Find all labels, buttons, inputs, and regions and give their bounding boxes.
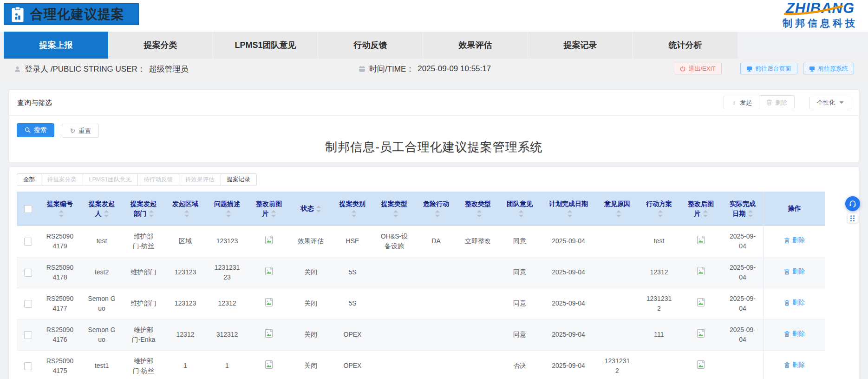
column-header-14[interactable]: 行动方案 xyxy=(638,192,680,226)
column-header-label: 提案类型 xyxy=(381,200,407,207)
cell-proposer: Semon Guo xyxy=(81,319,123,351)
nav-tab-6[interactable]: 统计分析 xyxy=(633,32,737,59)
sort-carets-icon[interactable] xyxy=(184,210,189,217)
sort-carets-icon[interactable] xyxy=(271,210,276,217)
row-checkbox[interactable] xyxy=(24,362,32,370)
sort-carets-icon[interactable] xyxy=(59,210,64,217)
cell-department: 维护部门 xyxy=(123,288,164,319)
row-checkbox[interactable] xyxy=(24,331,32,339)
sort-carets-icon[interactable] xyxy=(477,210,482,217)
cell-team_opinion: 否决 xyxy=(499,351,541,379)
row-delete-button[interactable]: 删除 xyxy=(784,267,805,276)
column-header-15[interactable]: 整改后图片 xyxy=(680,192,722,226)
filter-pill-2[interactable]: LPMS1团队意见 xyxy=(83,173,138,186)
column-header-0[interactable]: 提案编号 xyxy=(39,192,81,226)
cell-danger_action xyxy=(415,257,457,288)
sort-carets-icon[interactable] xyxy=(149,210,154,217)
image-thumbnail-icon[interactable] xyxy=(696,235,705,245)
cell-proposer: Semon Guo xyxy=(81,288,123,319)
personalize-button[interactable]: 个性化 xyxy=(809,96,851,109)
time-value: 2025-09-09 10:55:17 xyxy=(418,64,491,73)
sort-carets-icon[interactable] xyxy=(352,210,356,217)
select-all-checkbox[interactable] xyxy=(24,205,32,213)
row-checkbox[interactable] xyxy=(24,269,32,277)
filter-pill-5[interactable]: 提案记录 xyxy=(221,173,257,186)
sort-carets-icon[interactable] xyxy=(703,210,708,217)
cell-action_plan: test xyxy=(638,226,680,257)
column-header-1[interactable]: 提案发起人 xyxy=(81,192,123,226)
column-header-10[interactable]: 整改类型 xyxy=(457,192,499,226)
image-thumbnail-icon[interactable] xyxy=(264,235,274,245)
goto-origin-button[interactable]: 前往原系统 xyxy=(803,63,854,74)
column-header-8[interactable]: 提案类型 xyxy=(373,192,415,226)
image-thumbnail-icon[interactable] xyxy=(264,360,274,369)
sort-carets-icon[interactable] xyxy=(226,210,231,217)
column-header-6[interactable]: 状态 xyxy=(290,192,332,226)
sort-carets-icon[interactable] xyxy=(316,206,321,213)
nav-tab-1[interactable]: 提案分类 xyxy=(108,32,213,59)
headset-icon xyxy=(848,199,857,208)
sort-carets-icon[interactable] xyxy=(519,210,523,217)
user-icon xyxy=(14,66,21,73)
filter-pill-1[interactable]: 待提案分类 xyxy=(41,173,83,186)
row-delete-label: 删除 xyxy=(792,329,805,339)
filter-pill-4[interactable]: 待效果评估 xyxy=(179,173,221,186)
customer-service-float-button[interactable] xyxy=(845,196,860,211)
column-header-9[interactable]: 危险行动 xyxy=(415,192,457,226)
image-thumbnail-icon[interactable] xyxy=(264,266,274,276)
reset-button[interactable]: ↻ 重置 xyxy=(62,124,99,138)
column-header-12[interactable]: 计划完成日期 xyxy=(541,192,596,226)
cell-opinion_reason xyxy=(596,226,638,257)
column-header-label: 整改后图片 xyxy=(688,200,714,217)
column-header-11[interactable]: 团队意见 xyxy=(499,192,541,226)
row-delete-button[interactable]: 删除 xyxy=(784,236,805,245)
column-header-13[interactable]: 意见原因 xyxy=(596,192,638,226)
delete-button[interactable]: 删除 xyxy=(759,95,795,109)
row-checkbox-cell xyxy=(17,226,39,257)
image-thumbnail-icon[interactable] xyxy=(696,329,705,338)
row-checkbox[interactable] xyxy=(24,238,32,246)
goto-admin-button[interactable]: 前往后台页面 xyxy=(740,63,797,74)
company-logo-en: ZHIBANG xyxy=(786,1,855,15)
nav-tab-0[interactable]: 提案上报 xyxy=(4,32,108,59)
column-header-5[interactable]: 整改前图片 xyxy=(248,192,290,226)
column-header-4[interactable]: 问题描述 xyxy=(206,192,248,226)
table-body: RS250904179test维护部门-纺丝区域123123 效果评估HSEOH… xyxy=(17,226,825,379)
cell-actual_date: 2025-09-04 xyxy=(722,226,764,257)
nav-tab-3[interactable]: 行动反馈 xyxy=(318,32,423,59)
row-delete-button[interactable]: 删除 xyxy=(784,329,805,339)
launch-button[interactable]: ＋ 发起 xyxy=(724,96,759,109)
image-thumbnail-icon[interactable] xyxy=(696,266,705,276)
column-header-3[interactable]: 发起区域 xyxy=(164,192,206,226)
nav-tab-2[interactable]: LPMS1团队意见 xyxy=(213,32,318,59)
column-header-7[interactable]: 提案类别 xyxy=(332,192,373,226)
nav-tab-5[interactable]: 提案记录 xyxy=(528,32,633,59)
cell-proposal_no: RS250904176 xyxy=(39,319,81,351)
filter-pill-0[interactable]: 全部 xyxy=(17,173,41,186)
sort-carets-icon[interactable] xyxy=(435,210,440,217)
column-header-16[interactable]: 实际完成日期 xyxy=(722,192,764,226)
image-thumbnail-icon[interactable] xyxy=(696,298,705,307)
image-thumbnail-icon[interactable] xyxy=(696,360,705,369)
filter-pill-3[interactable]: 待行动反馈 xyxy=(137,173,180,186)
cell-plan_date: 2025-09-04 xyxy=(541,351,596,379)
row-delete-button[interactable]: 删除 xyxy=(784,360,805,370)
sort-carets-icon[interactable] xyxy=(658,210,663,217)
nav-tab-4[interactable]: 效果评估 xyxy=(423,32,528,59)
row-checkbox[interactable] xyxy=(24,300,32,308)
time-label: 时间/TIME： xyxy=(369,64,414,74)
app-logo: 合理化建议提案 xyxy=(4,3,139,25)
sort-carets-icon[interactable] xyxy=(393,210,398,217)
sort-carets-icon[interactable] xyxy=(748,210,753,217)
sort-carets-icon[interactable] xyxy=(104,210,109,217)
logout-button[interactable]: 退出/EXIT xyxy=(674,63,722,74)
image-thumbnail-icon[interactable] xyxy=(264,329,274,338)
sort-carets-icon[interactable] xyxy=(616,210,621,217)
sort-carets-icon[interactable] xyxy=(568,210,572,217)
image-thumbnail-icon[interactable] xyxy=(264,298,274,307)
row-checkbox-cell xyxy=(17,257,39,288)
row-delete-button[interactable]: 删除 xyxy=(784,298,805,307)
float-drag-handle[interactable] xyxy=(848,213,858,223)
search-button[interactable]: 搜索 xyxy=(17,123,54,137)
column-header-2[interactable]: 提案发起部门 xyxy=(123,192,164,226)
